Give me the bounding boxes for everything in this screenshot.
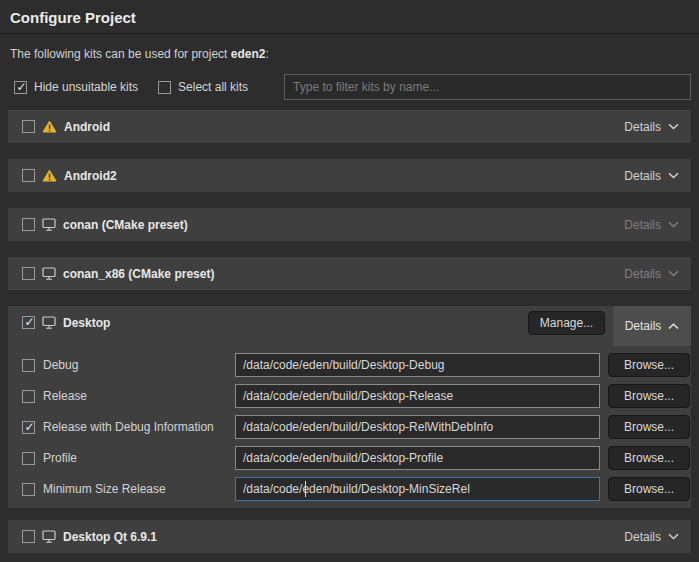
kit-checkbox[interactable] — [22, 530, 35, 543]
details-toggle[interactable]: Details — [624, 169, 679, 183]
build-dir-field — [235, 384, 600, 408]
desktop-icon — [42, 218, 56, 231]
hide-unsuitable-kits-label: Hide unsuitable kits — [34, 80, 138, 94]
desktop-icon — [42, 530, 56, 543]
configure-project-page: Configure Project The following kits can… — [0, 0, 699, 562]
kit-name: Android — [64, 120, 110, 134]
chevron-down-icon — [668, 123, 679, 130]
select-all-kits-checkbox[interactable] — [158, 81, 171, 94]
details-toggle[interactable]: Details — [613, 306, 691, 346]
desktop-icon — [42, 267, 56, 280]
kit-name: conan_x86 (CMake preset) — [63, 267, 214, 281]
warning-icon — [42, 120, 57, 133]
build-dir-field — [235, 446, 600, 470]
select-all-kits-option[interactable]: Select all kits — [158, 80, 248, 94]
kit-filter-input[interactable] — [284, 74, 691, 100]
details-toggle[interactable]: Details — [624, 530, 679, 544]
kit-header: Desktop Manage... — [8, 306, 691, 339]
kit-name: Android2 — [64, 169, 117, 183]
browse-button[interactable]: Browse... — [608, 415, 690, 439]
build-dir-input[interactable] — [235, 446, 600, 470]
manage-button[interactable]: Manage... — [528, 311, 605, 335]
kit-row-desktop-qt: Desktop Qt 6.9.1 Details — [8, 520, 691, 553]
chevron-up-icon — [668, 323, 679, 330]
build-dir-input[interactable] — [235, 415, 600, 439]
select-all-kits-label: Select all kits — [178, 80, 248, 94]
kit-row-android2: Android2 Details — [8, 159, 691, 192]
build-config-label: Release — [43, 389, 87, 403]
page-title: Configure Project — [10, 9, 689, 27]
build-dir-input[interactable] — [235, 477, 600, 501]
details-label: Details — [624, 120, 661, 134]
kit-checkbox[interactable] — [22, 316, 35, 329]
build-config-label: Debug — [43, 358, 78, 372]
chevron-down-icon — [668, 533, 679, 540]
details-label: Details — [624, 169, 661, 183]
title-bar: Configure Project — [0, 0, 699, 34]
browse-button[interactable]: Browse... — [608, 477, 690, 501]
browse-button[interactable]: Browse... — [608, 353, 690, 377]
kit-checkbox[interactable] — [22, 267, 35, 280]
kit-row-conan: conan (CMake preset) Details — [8, 208, 691, 241]
chevron-down-icon — [668, 172, 679, 179]
kit-name: conan (CMake preset) — [63, 218, 188, 232]
details-label: Details — [624, 267, 661, 281]
kit-row-desktop: Desktop Manage... Details Debug Browse..… — [8, 306, 691, 508]
build-config-checkbox[interactable] — [22, 452, 35, 465]
details-toggle: Details — [624, 218, 679, 232]
project-name: eden2 — [231, 47, 266, 61]
build-dir-input[interactable] — [235, 353, 600, 377]
build-dir-input[interactable] — [235, 384, 600, 408]
build-config-label: Minimum Size Release — [43, 482, 166, 496]
build-config-option[interactable]: Debug — [22, 358, 227, 372]
kit-header: Android Details — [8, 110, 691, 143]
kit-header: conan_x86 (CMake preset) Details — [8, 257, 691, 290]
desktop-icon — [42, 316, 56, 329]
filter-bar: Hide unsuitable kits Select all kits — [14, 74, 691, 100]
build-config-checkbox[interactable] — [22, 421, 35, 434]
build-config-checkbox[interactable] — [22, 483, 35, 496]
build-dir-field — [235, 415, 600, 439]
build-config-label: Profile — [43, 451, 77, 465]
kit-header: conan (CMake preset) Details — [8, 208, 691, 241]
details-toggle[interactable]: Details — [624, 120, 679, 134]
build-config-checkbox[interactable] — [22, 390, 35, 403]
kit-row-android: Android Details — [8, 110, 691, 143]
hide-unsuitable-kits-checkbox[interactable] — [14, 81, 27, 94]
build-config-option[interactable]: Release with Debug Information — [22, 420, 227, 434]
browse-button[interactable]: Browse... — [608, 384, 690, 408]
warning-icon — [42, 169, 57, 182]
intro-prefix: The following kits can be used for proje… — [10, 47, 231, 61]
kit-name: Desktop Qt 6.9.1 — [63, 530, 157, 544]
build-config-label: Release with Debug Information — [43, 420, 214, 434]
kit-list: Android Details Android2 Details — [8, 110, 691, 553]
build-config-checkbox[interactable] — [22, 359, 35, 372]
details-label: Details — [624, 530, 661, 544]
hide-unsuitable-kits-option[interactable]: Hide unsuitable kits — [14, 80, 138, 94]
intro-suffix: : — [265, 47, 268, 61]
kit-checkbox[interactable] — [22, 218, 35, 231]
kit-row-conan-x86: conan_x86 (CMake preset) Details — [8, 257, 691, 290]
browse-button[interactable]: Browse... — [608, 446, 690, 470]
build-config-option[interactable]: Release — [22, 389, 227, 403]
chevron-down-icon — [668, 221, 679, 228]
kit-name: Desktop — [63, 316, 110, 330]
build-dir-field — [235, 477, 600, 501]
chevron-down-icon — [668, 270, 679, 277]
details-label: Details — [625, 319, 662, 333]
details-label: Details — [624, 218, 661, 232]
kit-header: Desktop Qt 6.9.1 Details — [8, 520, 691, 553]
intro-text: The following kits can be used for proje… — [10, 47, 689, 62]
text-caret — [305, 481, 306, 497]
kit-checkbox[interactable] — [22, 169, 35, 182]
build-config-option[interactable]: Minimum Size Release — [22, 482, 227, 496]
kit-checkbox[interactable] — [22, 120, 35, 133]
details-toggle: Details — [624, 267, 679, 281]
build-configs: Debug Browse... Release Browse... Releas… — [8, 339, 691, 508]
build-config-option[interactable]: Profile — [22, 451, 227, 465]
kit-header: Android2 Details — [8, 159, 691, 192]
build-dir-field — [235, 353, 600, 377]
